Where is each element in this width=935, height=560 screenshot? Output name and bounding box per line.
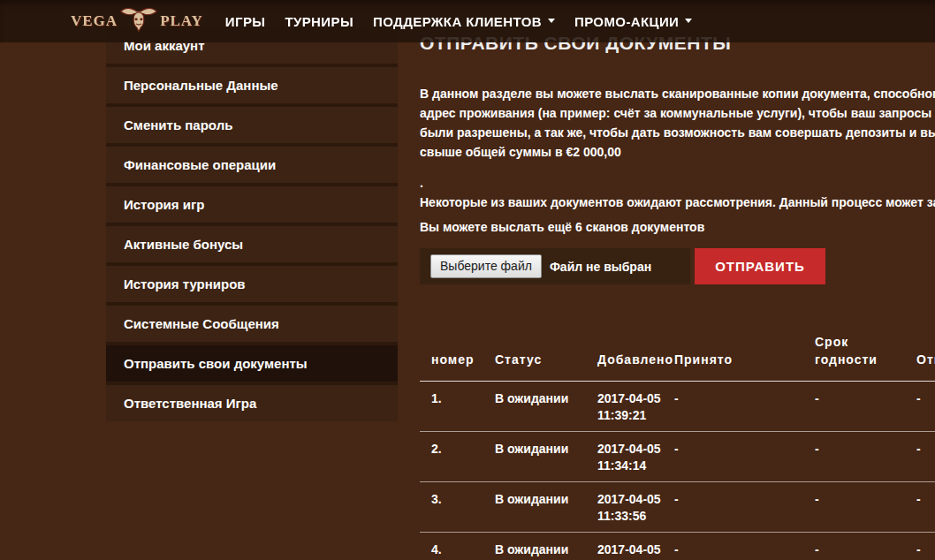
nav-menu: ИГРЫТУРНИРЫПОДДЕРЖКА КЛИЕНТОВПРОМО-АКЦИИ	[225, 0, 692, 42]
table-cell: В ожидании	[483, 382, 586, 432]
table-cell: 2017-04-05 11:34:14	[586, 432, 663, 482]
nav-item[interactable]: ПОДДЕРЖКА КЛИЕНТОВ	[373, 0, 555, 42]
paragraph-line: были разрешены, а так же, чтобы дать воз…	[420, 123, 935, 142]
table-header-cell: Срок годности	[803, 325, 905, 382]
sidebar: Мой аккаунтПерсональные ДанныеСменить па…	[106, 27, 398, 421]
table-header-cell: Отклонено	[905, 325, 935, 382]
table-cell: В ожидании	[483, 533, 586, 560]
no-file-selected-label: Файл не выбран	[550, 260, 651, 274]
table-row: 4.В ожидании2017-04-05 11:33:18---	[420, 533, 935, 560]
table-header-cell: Принято	[663, 325, 803, 382]
table-cell: -	[803, 482, 905, 533]
sidebar-item[interactable]: Активные бонусы	[106, 226, 398, 262]
sidebar-item[interactable]: Системные Сообщения	[106, 306, 398, 342]
remaining-scans-text: Вы можете выслать ещё 6 сканов документо…	[420, 217, 935, 237]
table-cell: -	[803, 382, 905, 432]
table-cell: -	[663, 382, 803, 432]
nav-item-label: ИГРЫ	[225, 14, 266, 29]
upload-row: Выберите файл Файл не выбран ОТПРАВИТЬ	[420, 248, 935, 284]
table-cell: -	[663, 432, 803, 482]
nav-item[interactable]: ПРОМО-АКЦИИ	[574, 0, 692, 42]
intro-paragraph: В данном разделе вы можете выслать скани…	[420, 84, 935, 162]
table-row: 1.В ожидании2017-04-05 11:39:21---	[420, 382, 935, 432]
table-cell: -	[905, 482, 935, 533]
table-row: 3.В ожидании2017-04-05 11:33:56---	[420, 482, 935, 533]
table-header-cell: Добавлено	[586, 325, 663, 382]
sidebar-item[interactable]: История турниров	[106, 266, 398, 302]
main-content: ОТПРАВИТЬ СВОИ ДОКУМЕНТЫ В данном раздел…	[420, 0, 935, 560]
paragraph-line: В данном разделе вы можете выслать скани…	[420, 84, 935, 103]
bull-skull-icon	[119, 4, 158, 33]
table-cell: 2017-04-05 11:33:18	[586, 533, 663, 560]
table-cell: В ожидании	[483, 482, 586, 533]
logo[interactable]: VEGA PLAY	[71, 0, 203, 42]
choose-file-button[interactable]: Выберите файл	[430, 254, 542, 278]
documents-table: номерСтатусДобавленоПринятоСрок годности…	[420, 325, 935, 560]
table-cell: -	[663, 482, 803, 533]
table-cell: 2017-04-05 11:33:56	[586, 482, 663, 533]
dot-line: .	[420, 173, 935, 193]
table-cell: -	[803, 432, 905, 482]
table-header-cell: Статус	[483, 325, 586, 382]
table-cell: 2.	[420, 432, 483, 482]
logo-text-left: VEGA	[71, 12, 118, 30]
table-cell: -	[803, 533, 905, 560]
table-cell: -	[663, 533, 803, 560]
submit-button[interactable]: ОТПРАВИТЬ	[695, 248, 825, 284]
table-cell: 3.	[420, 482, 483, 533]
table-cell: В ожидании	[483, 432, 586, 482]
sidebar-item[interactable]: История игр	[106, 186, 398, 223]
file-input[interactable]: Выберите файл Файл не выбран	[420, 248, 690, 284]
paragraph-line: адрес проживания (на пример: счёт за ком…	[420, 103, 935, 123]
nav-item[interactable]: ИГРЫ	[225, 0, 266, 42]
nav-item-label: ПРОМО-АКЦИИ	[574, 14, 679, 29]
pending-notice: Некоторые из ваших документов ожидают ра…	[420, 193, 935, 212]
paragraph-line: свыше общей суммы в €2 000,00	[420, 142, 935, 162]
sidebar-item[interactable]: Отправить свои документы	[106, 345, 398, 382]
table-cell: -	[905, 432, 935, 482]
chevron-down-icon	[685, 19, 692, 26]
nav-item-label: ПОДДЕРЖКА КЛИЕНТОВ	[373, 14, 542, 29]
table-cell: -	[905, 382, 935, 432]
sidebar-item[interactable]: Сменить пароль	[106, 107, 398, 143]
table-cell: 1.	[420, 382, 483, 432]
table-cell: 4.	[420, 533, 483, 560]
table-cell: -	[905, 533, 935, 560]
table-cell: 2017-04-05 11:39:21	[586, 382, 663, 432]
table-header-row: номерСтатусДобавленоПринятоСрок годности…	[420, 325, 935, 382]
sidebar-item[interactable]: Финансовые операции	[106, 147, 398, 183]
nav-item-label: ТУРНИРЫ	[285, 14, 353, 29]
table-header-cell: номер	[420, 325, 483, 382]
top-navbar: VEGA PLAY ИГРЫТУРНИРЫПОДДЕРЖКА КЛИЕНТОВП…	[0, 0, 935, 42]
sidebar-item[interactable]: Персональные Данные	[106, 67, 398, 103]
sidebar-item[interactable]: Ответственная Игра	[106, 385, 398, 421]
chevron-down-icon	[548, 19, 555, 26]
nav-item[interactable]: ТУРНИРЫ	[285, 0, 353, 42]
table-row: 2.В ожидании2017-04-05 11:34:14---	[420, 432, 935, 482]
logo-text-right: PLAY	[160, 12, 203, 30]
